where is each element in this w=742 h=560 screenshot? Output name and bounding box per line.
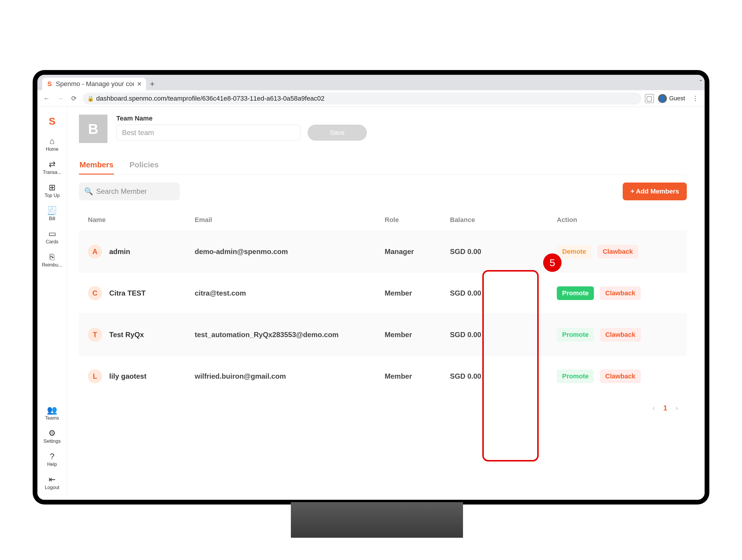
app: S ⌂ Home ⇄ Transa... ⊞ Top Up 🧾 Bill	[37, 107, 705, 500]
col-role: Role	[385, 216, 450, 224]
tabs: Members Policies	[79, 157, 687, 175]
window-expand-icon[interactable]: ›	[700, 78, 702, 83]
clawback-button[interactable]: Clawback	[600, 328, 641, 342]
tab-title: Spenmo - Manage your compa	[56, 80, 134, 88]
sidebar-item-home[interactable]: ⌂ Home	[37, 133, 67, 156]
col-action: Action	[539, 216, 678, 224]
cell-action: PromoteClawback	[539, 286, 678, 300]
cell-role: Member	[385, 331, 450, 339]
member-name: Test RyQx	[109, 331, 144, 339]
cell-email: test_automation_RyQx283553@demo.com	[195, 331, 385, 339]
back-button[interactable]: ←	[42, 95, 52, 102]
cell-name: Llily gaotest	[88, 369, 195, 383]
logout-icon: ⇤	[49, 475, 55, 484]
url-box[interactable]: 🔒 dashboard.spenmo.com/teamprofile/636c4…	[83, 93, 641, 105]
member-name: admin	[109, 247, 130, 256]
forward-button[interactable]: →	[55, 95, 65, 102]
avatar-icon: 👤	[658, 94, 667, 103]
browser-tab-bar: S Spenmo - Manage your compa ✕ + ›	[37, 75, 705, 90]
annotation-step-badge: 5	[543, 254, 562, 272]
search-placeholder: Search Member	[96, 187, 147, 195]
promote-button[interactable]: Promote	[557, 286, 594, 300]
add-members-button[interactable]: + Add Members	[623, 182, 687, 200]
team-header: B Team Name Save	[79, 115, 687, 143]
team-name-label: Team Name	[116, 115, 367, 122]
profile-chip[interactable]: 👤 Guest	[657, 93, 687, 104]
kebab-menu-icon[interactable]: ⋮	[690, 95, 700, 102]
sidebar-item-settings[interactable]: ⚙ Settings	[37, 425, 67, 448]
sidebar-item-label: Top Up	[45, 193, 60, 198]
next-page-button[interactable]: ›	[676, 404, 678, 412]
sidebar-item-bill[interactable]: 🧾 Bill	[37, 203, 67, 226]
spenmo-favicon: S	[46, 81, 53, 87]
cell-action: PromoteClawback	[539, 370, 678, 383]
pagination: ‹ 1 ›	[79, 397, 687, 419]
clawback-button[interactable]: Clawback	[597, 245, 638, 259]
members-toolbar: 🔍 Search Member + Add Members	[79, 182, 687, 200]
sidebar-item-label: Transa...	[43, 170, 61, 175]
member-avatar: C	[88, 286, 102, 300]
promote-button[interactable]: Promote	[557, 370, 594, 383]
sidebar-item-label: Teams	[45, 415, 59, 421]
url-text: dashboard.spenmo.com/teamprofile/636c41e…	[96, 95, 324, 102]
sidebar-item-cards[interactable]: ▭ Cards	[37, 226, 67, 249]
monitor-stand	[291, 502, 463, 538]
sidebar-item-label: Bill	[49, 216, 55, 221]
sidebar-item-teams[interactable]: 👥 Teams	[37, 402, 67, 425]
tab-close-icon[interactable]: ✕	[137, 80, 142, 88]
home-icon: ⌂	[50, 137, 55, 146]
new-tab-button[interactable]: +	[146, 78, 158, 90]
sidebar-item-help[interactable]: ? Help	[37, 448, 67, 471]
screen: S Spenmo - Manage your compa ✕ + › ← → ⟳…	[37, 75, 705, 500]
lock-icon: 🔒	[87, 95, 94, 102]
sidebar-item-label: Cards	[46, 239, 58, 244]
browser-tab[interactable]: S Spenmo - Manage your compa ✕	[42, 78, 146, 90]
team-avatar: B	[79, 115, 107, 143]
sidebar-item-logout[interactable]: ⇤ Logout	[37, 471, 67, 494]
col-balance: Balance	[450, 216, 539, 224]
tab-policies[interactable]: Policies	[129, 157, 159, 174]
app-logo[interactable]: S	[37, 112, 67, 130]
clawback-button[interactable]: Clawback	[600, 286, 641, 300]
extensions-icon[interactable]: ▢	[645, 94, 654, 103]
cell-role: Manager	[385, 247, 450, 256]
sidebar-item-transactions[interactable]: ⇄ Transa...	[37, 156, 67, 179]
prev-page-button[interactable]: ‹	[653, 404, 655, 412]
promote-button[interactable]: Promote	[557, 328, 594, 342]
clawback-button[interactable]: Clawback	[600, 370, 641, 383]
table-row: Aadmindemo-admin@spenmo.comManagerSGD 0.…	[79, 231, 687, 272]
col-name: Name	[88, 216, 195, 224]
topup-icon: ⊞	[49, 183, 55, 192]
member-avatar: T	[88, 328, 102, 342]
cell-role: Member	[385, 289, 450, 297]
teams-icon: 👥	[47, 406, 57, 414]
cell-balance: SGD 0.00	[450, 247, 539, 256]
cell-action: DemoteClawback	[539, 245, 678, 259]
reload-button[interactable]: ⟳	[69, 95, 79, 102]
page-number[interactable]: 1	[664, 404, 667, 412]
cell-email: wilfried.buiron@gmail.com	[195, 372, 385, 381]
member-name: lily gaotest	[109, 372, 146, 381]
gear-icon: ⚙	[48, 429, 56, 437]
sidebar: S ⌂ Home ⇄ Transa... ⊞ Top Up 🧾 Bill	[37, 107, 67, 500]
cell-role: Member	[385, 372, 450, 381]
table-row: TTest RyQxtest_automation_RyQx283553@dem…	[79, 314, 687, 355]
sidebar-item-reimbursements[interactable]: ⎘ Reimbu...	[37, 249, 67, 272]
search-member-input[interactable]: 🔍 Search Member	[79, 182, 180, 200]
demote-button[interactable]: Demote	[557, 245, 591, 259]
address-bar: ← → ⟳ 🔒 dashboard.spenmo.com/teamprofile…	[37, 90, 705, 107]
team-name-input[interactable]	[116, 125, 300, 141]
main-content: B Team Name Save Members Policies	[67, 107, 705, 500]
member-avatar: L	[88, 369, 102, 383]
cell-email: demo-admin@spenmo.com	[195, 247, 385, 256]
save-button[interactable]: Save	[308, 125, 367, 141]
tab-members[interactable]: Members	[79, 157, 114, 174]
transfer-icon: ⇄	[49, 160, 55, 169]
sidebar-item-topup[interactable]: ⊞ Top Up	[37, 179, 67, 203]
table-row: CCitra TESTcitra@test.comMemberSGD 0.00P…	[79, 272, 687, 314]
member-avatar: A	[88, 244, 102, 259]
monitor-frame: S Spenmo - Manage your compa ✕ + › ← → ⟳…	[33, 70, 709, 505]
table-header: Name Email Role Balance Action	[79, 209, 687, 231]
table-row: Llily gaotestwilfried.buiron@gmail.comMe…	[79, 355, 687, 397]
reimburse-icon: ⎘	[50, 253, 55, 261]
